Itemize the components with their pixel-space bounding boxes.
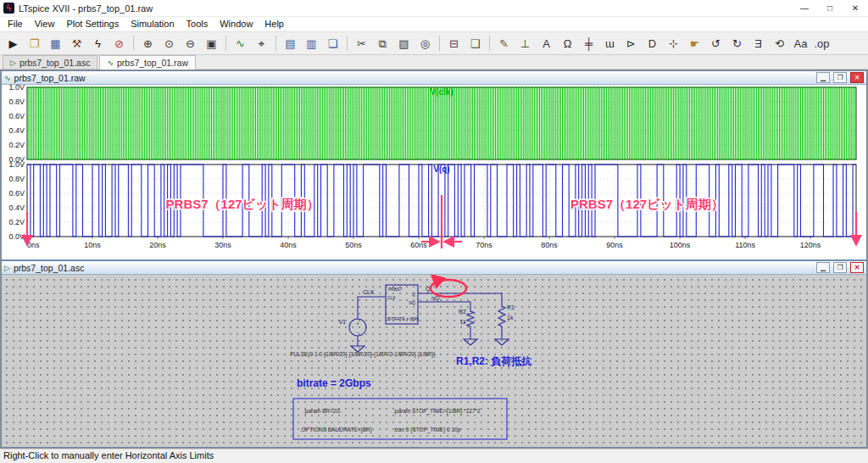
capacitor-icon[interactable]: ╪ [579,34,598,53]
svg-text:110ns: 110ns [735,241,755,249]
toolbar-separator [133,36,134,51]
waveform-plot-area[interactable]: 1.0V0.8V0.6V0.4V0.2V0.0V1.0V0.8V0.6V0.4V… [2,85,866,259]
r1-value-label[interactable]: 1k [507,315,514,321]
find-icon[interactable]: ◎ [415,34,435,53]
halt-icon[interactable]: ⊘ [109,34,129,53]
schematic-window-title: prbs7_top_01.asc [14,263,84,273]
trace-name-v-clk[interactable]: V(clk) [430,87,453,97]
clk-wire[interactable] [358,297,386,319]
svg-text:1.0V: 1.0V [8,160,25,169]
open-icon[interactable]: ❐ [25,34,44,53]
resistor-r2[interactable] [467,309,474,329]
cascade-windows-icon[interactable]: ❏ [323,34,342,53]
waveform-close-button[interactable]: ✕ [850,72,864,83]
zoom-in-icon[interactable]: ⊕ [138,34,158,53]
close-button[interactable]: ✕ [843,0,868,16]
maximize-button[interactable]: □ [817,0,843,16]
tab-prbs7_top_01.raw[interactable]: ∿prbs7_top_01.raw [99,55,196,70]
resistor-icon[interactable]: Ω [558,34,577,53]
zoom-full-extents-icon[interactable]: ▣ [202,34,221,53]
schematic-minimize-button[interactable]: ▁ [816,262,830,273]
r2-name-label[interactable]: R2 [459,309,466,315]
waveform-window-titlebar[interactable]: ∿ prbs7_top_01.raw ▁ ❐ ✕ [2,71,866,85]
mark-data-point-icon[interactable]: ⌖ [252,34,271,53]
run-icon[interactable]: ▶ [3,34,23,53]
undo-icon[interactable]: ↺ [706,34,726,53]
resistor-r1[interactable] [498,304,505,329]
svg-text:0.4V: 0.4V [8,126,25,135]
schematic-canvas-area[interactable]: +–V1CLKPRBS7BITRATE = {BR}CLKQNQQnQR21kR… [2,275,866,447]
v1-pulse-value[interactable]: PULSE(0 1 0 {1/BR/20} {1/BR/20} {1/BR/2-… [290,351,436,358]
menu-item-simulation[interactable]: Simulation [125,17,180,31]
print-icon[interactable]: ⊟ [444,34,464,53]
ground-icon[interactable]: ⊥ [515,34,535,53]
inductor-icon[interactable]: ɯ [600,34,620,53]
component-icon[interactable]: D [643,34,662,53]
minimize-button[interactable]: — [792,0,817,16]
print-preview-icon[interactable]: ❑ [465,34,485,53]
r2-value-label[interactable]: 1k [460,319,467,325]
redo-icon[interactable]: ↻ [727,34,747,53]
drag-icon[interactable]: ☛ [685,34,704,53]
directive-options-baudrate[interactable]: .OPTIONS BAUDRATE={BR} [300,427,373,433]
toolbar: ▶❐▦⚒ϟ⊘⊕⊙⊖▣∿⌖▤▥❏✂⧉▧◎⊟❑✎⊥AΩ╪ɯ⊳D⊹☛↺↻Ǝ⟲Aa.op [0,31,868,55]
trace-name-v-q[interactable]: V(q) [433,165,449,174]
cut-icon[interactable]: ✂ [352,34,371,53]
waveform-restore-button[interactable]: ❐ [833,72,847,83]
nq-wire[interactable] [418,302,470,309]
plot-settings-icon[interactable]: ∿ [231,34,250,53]
toolbar-separator [225,36,226,51]
r1-name-label[interactable]: R1 [507,304,515,310]
schematic-canvas[interactable]: +–V1CLKPRBS7BITRATE = {BR}CLKQNQQnQR21kR… [2,275,866,447]
menu-item-view[interactable]: View [29,17,61,31]
spice-directive-icon[interactable]: .op [812,34,832,53]
control-panel-icon[interactable]: ⚒ [67,34,86,53]
menu-item-help[interactable]: Help [259,17,290,31]
q-highlight-ellipse [431,280,466,297]
zoom-out-icon[interactable]: ⊖ [181,34,200,53]
tab-label: prbs7_top_01.asc [19,58,90,68]
wire-icon[interactable]: ✎ [494,34,514,53]
rotate-icon[interactable]: ⟲ [770,34,789,53]
v1-name-label[interactable]: V1 [338,319,346,325]
svg-text:0.6V: 0.6V [8,189,25,198]
svg-text:90ns: 90ns [606,241,623,249]
tab-prbs7_top_01.asc[interactable]: ▷prbs7_top_01.asc [3,55,97,69]
move-icon[interactable]: ⊹ [664,34,683,53]
text-icon[interactable]: Aa [791,34,810,53]
diode-icon[interactable]: ⊳ [621,34,641,53]
ground-symbol[interactable] [464,339,477,345]
menu-item-file[interactable]: File [2,17,29,31]
tile-horizontal-icon[interactable]: ▤ [281,34,300,53]
zoom-region-icon[interactable]: ⊙ [159,34,179,53]
menu-item-plot-settings[interactable]: Plot Settings [60,17,125,31]
save-icon[interactable]: ▦ [46,34,65,53]
schematic-restore-button[interactable]: ❐ [833,262,847,273]
note-load-resistors: R1,R2: 負荷抵抗 [456,355,531,367]
mirror-icon[interactable]: Ǝ [748,34,768,53]
tile-vertical-icon[interactable]: ▥ [302,34,321,53]
copy-icon[interactable]: ⧉ [373,34,392,53]
note-bitrate: bitrate = 2Gbps [297,377,371,389]
net-label-clk[interactable]: CLK [363,289,375,295]
menu-item-tools[interactable]: Tools [181,17,214,31]
waveform-plot[interactable]: 1.0V0.8V0.6V0.4V0.2V0.0V1.0V0.8V0.6V0.4V… [2,85,866,259]
waveform-window: ∿ prbs7_top_01.raw ▁ ❐ ✕ 1.0V0.8V0.6V0.4… [1,70,867,260]
directive-param-br[interactable]: .param BR=2G [303,408,341,415]
directive-tran[interactable]: .tran 0 {STOP_TIME} 0 10p [393,427,461,433]
schematic-file-icon: ▷ [4,264,10,272]
tab-bar: ▷prbs7_top_01.asc∿prbs7_top_01.raw [0,55,868,70]
menu-item-window[interactable]: Window [214,17,259,31]
window-title: LTspice XVII - prbs7_top_01.raw [19,3,792,14]
schematic-close-button[interactable]: ✕ [850,262,864,273]
ltspice-app: { "app": { "title": "LTspice XVII - prbs… [0,0,868,463]
run-simulation-icon[interactable]: ϟ [88,34,108,53]
label-net-icon[interactable]: A [537,34,556,53]
directive-param-stoptime[interactable]: .param STOP_TIME={1/BR} *127*2 [393,408,481,415]
paste-icon[interactable]: ▧ [394,34,414,53]
svg-text:40ns: 40ns [280,241,297,249]
schematic-file-icon: ▷ [10,59,16,67]
waveform-minimize-button[interactable]: ▁ [816,72,830,83]
ground-symbol[interactable] [495,339,509,345]
schematic-window-titlebar[interactable]: ▷ prbs7_top_01.asc ▁ ❐ ✕ [2,261,866,275]
